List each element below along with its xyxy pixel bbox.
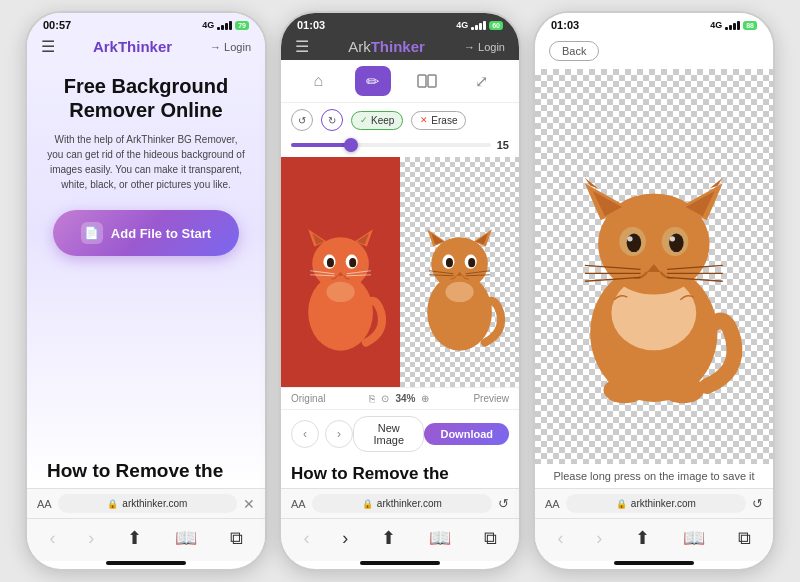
result-image-area-3 <box>535 69 773 464</box>
bar1-2 <box>471 27 474 30</box>
bottom-toolbar-1: ‹ › ⬆ 📖 ⧉ <box>27 518 265 561</box>
login-btn-2[interactable]: → Login <box>464 41 505 53</box>
address-bar-3: AA 🔒 arkthinker.com ↺ <box>535 488 773 518</box>
tab-edit-2[interactable]: ✏ <box>355 66 391 96</box>
status-time-1: 00:57 <box>43 19 71 31</box>
keep-btn-2[interactable]: ✓ Keep <box>351 111 403 130</box>
editor-tabs-2: ⌂ ✏ ⤢ <box>281 60 519 103</box>
url-text-2: arkthinker.com <box>377 498 442 509</box>
undo-btn-2[interactable]: ↺ <box>291 109 313 131</box>
forward-btn-1[interactable]: › <box>88 528 94 549</box>
bottom-toolbar-3: ‹ › ⬆ 📖 ⧉ <box>535 518 773 561</box>
hero-desc-1: With the help of ArkThinker BG Remover, … <box>47 132 245 192</box>
cat-right-svg-2 <box>409 174 510 370</box>
bar1 <box>217 27 220 30</box>
bookmarks-btn-1[interactable]: 📖 <box>175 527 197 549</box>
svg-point-33 <box>445 282 473 302</box>
reload-icon-3[interactable]: ↺ <box>752 496 763 511</box>
download-btn-2[interactable]: Download <box>424 423 509 445</box>
tabs-btn-3[interactable]: ⧉ <box>738 528 751 549</box>
tab-home-2[interactable]: ⌂ <box>300 66 336 96</box>
logo-1: ArkThinker <box>93 38 172 55</box>
back-btn-1[interactable]: ‹ <box>49 528 55 549</box>
address-bar-2: AA 🔒 arkthinker.com ↺ <box>281 488 519 518</box>
tab-compare-2[interactable] <box>409 66 445 96</box>
next-btn-2[interactable]: › <box>325 420 353 448</box>
erase-label-2: Erase <box>431 115 457 126</box>
aa-text-1[interactable]: AA <box>37 498 52 510</box>
erase-btn-2[interactable]: ✕ Erase <box>411 111 466 130</box>
reload-icon-2[interactable]: ↺ <box>498 496 509 511</box>
signal-text-1: 4G <box>202 20 214 30</box>
battery-badge-2: 60 <box>489 21 503 30</box>
login-btn-1[interactable]: → Login <box>210 41 251 53</box>
back-button-3[interactable]: Back <box>549 41 599 61</box>
phone-1: 00:57 4G 79 ☰ ArkThinker → Login Free Ba… <box>25 11 267 571</box>
url-bar-2[interactable]: 🔒 arkthinker.com <box>312 494 492 513</box>
editor-image-area-2 <box>281 157 519 387</box>
status-icons-1: 4G 79 <box>202 20 249 30</box>
status-icons-2: 4G 60 <box>456 20 503 30</box>
new-image-btn-2[interactable]: New Image <box>353 416 424 452</box>
url-bar-3[interactable]: 🔒 arkthinker.com <box>566 494 746 513</box>
cat-orange-bg-2 <box>281 157 400 387</box>
status-bar-2: 01:03 4G 60 <box>281 13 519 33</box>
hamburger-icon-2[interactable]: ☰ <box>295 37 309 56</box>
nav-arrows-2: ‹ › <box>291 420 353 448</box>
nav-bar-1: ☰ ArkThinker → Login <box>27 33 265 60</box>
back-btn-3[interactable]: ‹ <box>557 528 563 549</box>
x-icon-2: ✕ <box>420 115 428 125</box>
home-indicator-1 <box>106 561 186 565</box>
slider-value-2: 15 <box>497 139 509 151</box>
how-to-text-1: How to Remove the <box>47 460 245 488</box>
copy-icon-2[interactable]: ⎘ <box>369 393 375 404</box>
svg-point-26 <box>446 258 453 267</box>
tabs-btn-2[interactable]: ⧉ <box>484 528 497 549</box>
redo-btn-2[interactable]: ↻ <box>321 109 343 131</box>
close-icon-1[interactable]: ✕ <box>243 496 255 512</box>
bar2-2 <box>475 25 478 30</box>
cat-left-svg-2 <box>290 174 391 370</box>
url-text-1: arkthinker.com <box>122 498 187 509</box>
cat-transparent-bg-2 <box>400 157 519 387</box>
editor-action-bar-2: ‹ › New Image Download <box>281 409 519 458</box>
forward-btn-2[interactable]: › <box>342 528 348 549</box>
bar4-3 <box>737 21 740 30</box>
preview-label-2: Preview <box>473 393 509 404</box>
slider-track-2[interactable] <box>291 143 491 147</box>
url-bar-1[interactable]: 🔒 arkthinker.com <box>58 494 237 513</box>
svg-point-46 <box>627 233 642 252</box>
back-btn-2[interactable]: ‹ <box>303 528 309 549</box>
bookmarks-btn-2[interactable]: 📖 <box>429 527 451 549</box>
editor-footer-2: Original ⎘ ⊙ 34% ⊕ Preview <box>281 387 519 409</box>
aa-text-3[interactable]: AA <box>545 498 560 510</box>
cat-result-svg-3 <box>561 85 747 448</box>
status-time-2: 01:03 <box>297 19 325 31</box>
aa-text-2[interactable]: AA <box>291 498 306 510</box>
tabs-btn-1[interactable]: ⧉ <box>230 528 243 549</box>
svg-point-11 <box>349 258 356 267</box>
lock-icon-3: 🔒 <box>616 499 627 509</box>
slider-fill-2 <box>291 143 351 147</box>
phone3-content: Back <box>535 33 773 488</box>
signal-bars-3 <box>725 20 740 30</box>
slider-thumb-2[interactable] <box>344 138 358 152</box>
prev-btn-2[interactable]: ‹ <box>291 420 319 448</box>
zoom-in-icon-2[interactable]: ⊕ <box>421 393 429 404</box>
hamburger-icon-1[interactable]: ☰ <box>41 37 55 56</box>
share-btn-3[interactable]: ⬆ <box>635 527 650 549</box>
tab-fullscreen-2[interactable]: ⤢ <box>464 66 500 96</box>
footer-icons-2: ⎘ ⊙ 34% ⊕ <box>369 393 429 404</box>
add-file-button-1[interactable]: 📄 Add File to Start <box>53 210 239 256</box>
hero-title-1: Free Background Remover Online <box>47 74 245 122</box>
bookmarks-btn-3[interactable]: 📖 <box>683 527 705 549</box>
zoom-icon-reset-2[interactable]: ⊙ <box>381 393 389 404</box>
share-btn-2[interactable]: ⬆ <box>381 527 396 549</box>
forward-btn-3[interactable]: › <box>596 528 602 549</box>
status-time-3: 01:03 <box>551 19 579 31</box>
status-icons-3: 4G 88 <box>710 20 757 30</box>
share-btn-1[interactable]: ⬆ <box>127 527 142 549</box>
logo-thinker-1: Thinker <box>118 38 172 55</box>
bar4 <box>229 21 232 30</box>
dark-nav-bar-2: ☰ ArkThinker → Login <box>281 33 519 60</box>
